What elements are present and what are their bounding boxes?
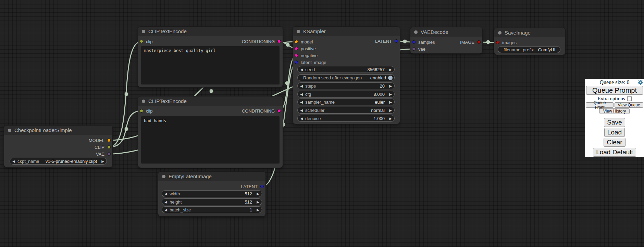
queue-front-button[interactable]: Queue Front xyxy=(586,102,614,108)
settings-gear-icon[interactable] xyxy=(638,80,643,85)
widget-value: normal xyxy=(324,108,385,113)
collapse-dot-icon[interactable] xyxy=(8,129,11,132)
node-empty-latent-image[interactable]: EmptyLatentImage LATENT width 512 height… xyxy=(158,172,265,216)
collapse-dot-icon[interactable] xyxy=(142,100,145,103)
collapse-dot-icon[interactable] xyxy=(414,30,418,34)
decrement-arrow-icon[interactable] xyxy=(162,192,170,196)
collapse-dot-icon[interactable] xyxy=(498,31,501,35)
collapse-dot-icon[interactable] xyxy=(162,175,165,178)
output-label-latent: LATENT xyxy=(241,184,258,189)
node-title-bar[interactable]: VAEDecode xyxy=(410,27,482,37)
view-queue-button[interactable]: View Queue xyxy=(615,102,643,108)
widget-label: filename_prefix xyxy=(504,47,534,52)
output-label-vae: VAE xyxy=(96,152,104,157)
node-title: CLIPTextEncode xyxy=(148,98,187,104)
port-dot-clip-input[interactable] xyxy=(140,109,143,113)
port-dot-vae-output[interactable] xyxy=(107,152,111,156)
increment-arrow-icon[interactable] xyxy=(387,84,394,88)
node-save-image[interactable]: SaveImage images filename_prefix ComfyUI xyxy=(494,28,565,55)
link-dot xyxy=(125,127,128,131)
ckpt-name-widget[interactable]: ckpt_name v1-5-pruned-emaonly.ckpt xyxy=(10,158,107,165)
decrement-arrow-icon[interactable] xyxy=(298,108,305,112)
extra-options-checkbox[interactable] xyxy=(627,96,632,101)
port-dot-latent-input[interactable] xyxy=(295,61,298,64)
link-dot xyxy=(286,43,290,47)
node-clip-text-encode-negative[interactable]: CLIPTextEncode clip CONDITIONING bad han… xyxy=(138,96,283,168)
increment-arrow-icon[interactable] xyxy=(254,192,262,196)
widget-value: 1.000 xyxy=(321,116,385,121)
steps-widget[interactable]: steps 20 xyxy=(297,82,395,89)
increment-arrow-icon[interactable] xyxy=(387,92,394,96)
positive-prompt-textarea[interactable]: masterpiece best quality girl xyxy=(141,46,280,84)
decrement-arrow-icon[interactable] xyxy=(298,117,305,120)
filename-prefix-widget[interactable]: filename_prefix ComfyUI xyxy=(498,46,560,53)
negative-prompt-textarea[interactable]: bad hands xyxy=(141,116,280,164)
port-dot-clip-output[interactable] xyxy=(107,145,111,149)
random-seed-toggle-widget[interactable]: Random seed after every gen enabled xyxy=(297,74,395,81)
node-ksampler[interactable]: KSampler model positive negative latent_… xyxy=(293,27,400,124)
load-default-button[interactable]: Load Default xyxy=(593,148,636,157)
load-button[interactable]: Load xyxy=(604,128,625,137)
batch-size-widget[interactable]: batch_size 1 xyxy=(162,206,262,213)
node-title-bar[interactable]: CheckpointLoaderSimple xyxy=(4,126,112,135)
port-dot-model-input[interactable] xyxy=(295,40,298,43)
node-title-bar[interactable]: CLIPTextEncode xyxy=(138,96,283,106)
increment-arrow-icon[interactable] xyxy=(254,200,262,204)
collapse-dot-icon[interactable] xyxy=(142,30,145,33)
increment-arrow-icon[interactable] xyxy=(387,117,394,120)
node-title-bar[interactable]: KSampler xyxy=(293,27,400,36)
node-clip-text-encode-positive[interactable]: CLIPTextEncode clip CONDITIONING masterp… xyxy=(138,27,283,87)
widget-label: seed xyxy=(305,67,315,72)
decrement-arrow-icon[interactable] xyxy=(162,200,170,204)
queue-prompt-button[interactable]: Queue Prompt xyxy=(586,86,643,95)
port-dot-samples-input[interactable] xyxy=(412,40,416,44)
decrement-arrow-icon[interactable] xyxy=(298,100,305,104)
widget-value: 1 xyxy=(191,207,252,212)
port-dot-negative-input[interactable] xyxy=(295,54,298,57)
node-title-bar[interactable]: SaveImage xyxy=(494,28,565,37)
node-title-bar[interactable]: EmptyLatentImage xyxy=(158,172,265,181)
height-widget[interactable]: height 512 xyxy=(162,198,262,205)
decrement-arrow-icon[interactable] xyxy=(298,68,305,72)
port-dot-positive-input[interactable] xyxy=(295,47,298,50)
widget-value: enabled xyxy=(362,75,386,80)
increment-arrow-icon[interactable] xyxy=(99,159,107,163)
save-button[interactable]: Save xyxy=(604,118,625,127)
port-dot-clip-input[interactable] xyxy=(140,40,143,43)
port-dot-conditioning-output[interactable] xyxy=(277,40,281,43)
denoise-widget[interactable]: denoise 1.000 xyxy=(297,115,395,122)
node-title-bar[interactable]: CLIPTextEncode xyxy=(138,27,283,36)
port-dot-image-output[interactable] xyxy=(477,40,481,44)
port-dot-latent-output[interactable] xyxy=(395,39,398,43)
widget-value: v1-5-pruned-emaonly.ckpt xyxy=(39,159,97,164)
decrement-arrow-icon[interactable] xyxy=(162,208,170,212)
decrement-arrow-icon[interactable] xyxy=(298,92,305,96)
decrement-arrow-icon[interactable] xyxy=(10,159,17,163)
widget-label: sampler_name xyxy=(305,100,335,105)
increment-arrow-icon[interactable] xyxy=(387,100,394,104)
port-dot-vae-input[interactable] xyxy=(412,47,416,51)
port-dot-images-input[interactable] xyxy=(496,41,499,44)
port-dot-model-output[interactable] xyxy=(107,139,111,142)
toggle-enabled-icon[interactable] xyxy=(388,76,393,80)
clear-button[interactable]: Clear xyxy=(604,138,625,147)
width-widget[interactable]: width 512 xyxy=(162,190,262,197)
seed-widget[interactable]: seed 8566257 xyxy=(297,66,395,73)
view-history-button[interactable]: View History xyxy=(599,108,630,114)
node-vae-decode[interactable]: VAEDecode samples vae IMAGE xyxy=(410,27,482,53)
scheduler-widget[interactable]: scheduler normal xyxy=(297,107,395,114)
port-dot-latent-output[interactable] xyxy=(260,185,264,188)
link-dot xyxy=(403,40,407,43)
decrement-arrow-icon[interactable] xyxy=(298,84,305,88)
increment-arrow-icon[interactable] xyxy=(387,68,394,72)
port-dot-conditioning-output[interactable] xyxy=(277,109,281,113)
input-label-clip: clip xyxy=(146,39,153,44)
node-checkpoint-loader[interactable]: CheckpointLoaderSimple MODEL CLIP VAE ck… xyxy=(4,126,112,167)
increment-arrow-icon[interactable] xyxy=(254,208,262,212)
increment-arrow-icon[interactable] xyxy=(387,108,394,112)
link-dot xyxy=(486,40,490,44)
collapse-dot-icon[interactable] xyxy=(297,30,300,33)
sampler-name-widget[interactable]: sampler_name euler xyxy=(297,99,395,105)
cfg-widget[interactable]: cfg 8.000 xyxy=(297,91,395,98)
node-title: CLIPTextEncode xyxy=(148,28,187,34)
